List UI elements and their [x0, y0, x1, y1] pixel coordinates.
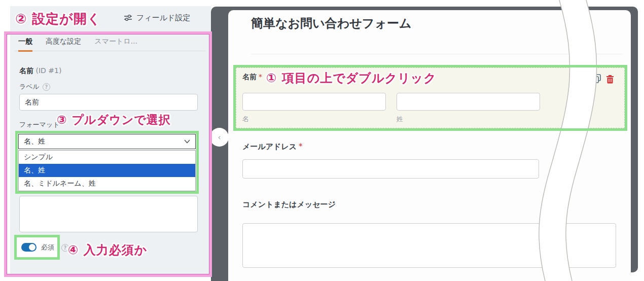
form-title: 簡単なお問い合わせフォーム [251, 15, 412, 31]
sliders-icon [124, 14, 132, 22]
annotation-step2: ② 設定が開く [15, 10, 101, 28]
field-title-row: 名前 (ID #1) [19, 66, 61, 76]
tab-advanced[interactable]: 高度な設定 [46, 37, 81, 52]
form-builder-screenshot: フィールド設定 一般 高度な設定 スマートロ... 名前 (ID #1) ラベル… [0, 0, 644, 281]
option-first-middle-last[interactable]: 名、ミドルネーム、姓 [19, 177, 195, 190]
email-required-asterisk: * [299, 142, 303, 151]
required-toggle-box: 必須 [14, 235, 60, 260]
first-name-sublabel: 名 [242, 115, 249, 124]
label-option-text: ラベル [19, 82, 40, 91]
duplicate-icon[interactable] [592, 74, 602, 84]
help-icon[interactable]: ? [43, 83, 50, 91]
annotation-step3: ③ プルダウンで選択 [57, 112, 171, 128]
email-input[interactable] [242, 159, 539, 179]
format-option-list: シンプル 名、姓 名、ミドルネーム、姓 [18, 150, 196, 191]
chevron-left-icon: ‹ [218, 133, 221, 142]
sidebar-collapse-handle[interactable]: ‹ [210, 128, 229, 147]
builder-canvas-edge [211, 269, 228, 281]
option-first-last[interactable]: 名、姓 [19, 164, 195, 177]
last-name-sublabel: 姓 [397, 115, 403, 124]
required-toggle-label: 必須 [41, 243, 54, 252]
form-title-divider [251, 54, 623, 54]
field-settings-title: フィールド設定 [136, 13, 190, 23]
toggle-knob [29, 244, 35, 251]
annotation-step1: ① 項目の上でダブルクリック [266, 70, 437, 86]
format-select-value: 名、姓 [24, 137, 45, 146]
label-option-row: ラベル ? [19, 82, 50, 91]
format-dropdown-area: 名、姓 シンプル 名、姓 名、ミドルネーム、姓 [15, 131, 199, 194]
comment-textarea[interactable] [242, 223, 616, 268]
label-input[interactable]: 名前 [19, 94, 198, 111]
format-option-row: フォーマット [19, 120, 60, 129]
tab-general[interactable]: 一般 [18, 37, 32, 52]
required-toggle[interactable] [21, 243, 37, 252]
chevron-down-icon [184, 139, 190, 144]
field-id: (ID #1) [35, 66, 61, 75]
field-settings-header: フィールド設定 [124, 13, 190, 23]
field-title: 名前 [19, 66, 33, 75]
settings-tabs: 一般 高度な設定 スマートロ... [18, 37, 137, 52]
name-field-label-row: 名前* [242, 73, 262, 82]
label-input-value: 名前 [25, 98, 39, 107]
name-field-label: 名前 [242, 73, 257, 81]
format-select[interactable]: 名、姓 [18, 134, 196, 149]
tab-smart-logic[interactable]: スマートロ... [94, 37, 137, 52]
first-name-input[interactable] [242, 93, 386, 111]
last-name-input[interactable] [397, 93, 540, 111]
required-asterisk: * [259, 73, 262, 81]
field-action-icons [592, 74, 615, 84]
comment-field-label: コメントまたはメッセージ [242, 200, 336, 209]
email-field-label: メールアドレス [242, 142, 297, 151]
email-field-label-row: メールアドレス* [242, 142, 303, 152]
format-option-text: フォーマット [19, 120, 60, 129]
option-simple[interactable]: シンプル [19, 151, 195, 164]
description-textarea[interactable] [19, 196, 198, 232]
annotation-step4: ④ 入力必須か [68, 242, 147, 258]
delete-icon[interactable] [605, 74, 615, 84]
